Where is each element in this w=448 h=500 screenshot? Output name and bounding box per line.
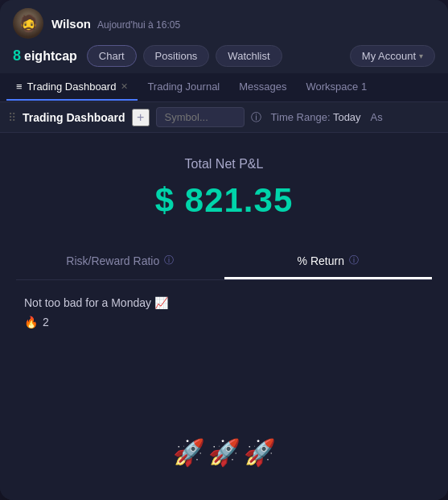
time-range-value: Today	[333, 111, 361, 123]
info-icon[interactable]: ⓘ	[251, 110, 261, 125]
return-label: % Return	[298, 254, 344, 267]
tab-messages[interactable]: Messages	[229, 74, 296, 101]
risk-reward-tab[interactable]: Risk/Reward Ratio ⓘ	[16, 244, 224, 279]
tab-label: Trading Dashboard	[27, 81, 117, 93]
chart-button[interactable]: Chart	[87, 45, 137, 67]
return-info-icon[interactable]: ⓘ	[349, 254, 359, 267]
pnl-label: Total Net P&L	[16, 157, 432, 171]
pnl-section: Total Net P&L $ 821.35	[16, 157, 432, 220]
tabs-bar: ≡ Trading Dashboard ✕ Trading Journal Me…	[0, 73, 448, 102]
pnl-value: $ 821.35	[16, 181, 432, 220]
reaction-count: 2	[43, 316, 49, 329]
comment-section: Not too bad for a Monday 📈 🔥 2	[16, 296, 432, 329]
rockets-section: 🚀 🚀 🚀	[173, 437, 276, 484]
reaction-row: 🔥 2	[24, 316, 424, 329]
main-content: Total Net P&L $ 821.35 Risk/Reward Ratio…	[0, 133, 448, 500]
drag-handle-icon[interactable]: ⠿	[8, 111, 16, 124]
toolbar: ⠿ Trading Dashboard + ⓘ Time Range: Toda…	[0, 102, 448, 133]
watchlist-button[interactable]: Watchlist	[216, 45, 282, 67]
user-info: Wilson Aujourd'hui à 16:05	[51, 17, 180, 31]
rocket-1: 🚀	[173, 437, 205, 468]
positions-button[interactable]: Positions	[143, 45, 210, 67]
toolbar-title: Trading Dashboard	[23, 111, 125, 124]
logo-text: eightcap	[24, 49, 77, 64]
timestamp: Aujourd'hui à 16:05	[97, 19, 180, 31]
return-tab[interactable]: % Return ⓘ	[224, 244, 433, 279]
account-label: My Account	[362, 50, 416, 62]
time-range-label: Time Range: Today	[271, 111, 361, 123]
username: Wilson	[51, 17, 91, 31]
tab-icon: ≡	[16, 81, 23, 93]
tab-trading-journal[interactable]: Trading Journal	[138, 74, 229, 101]
nav-bar: 8 eightcap Chart Positions Watchlist My …	[0, 45, 448, 73]
metrics-tabs: Risk/Reward Ratio ⓘ % Return ⓘ	[16, 244, 432, 280]
tab-workspace-1[interactable]: Workspace 1	[297, 74, 377, 101]
avatar: 🧔	[13, 8, 43, 39]
as-label: As	[371, 111, 383, 123]
chevron-icon: ▾	[419, 52, 423, 60]
risk-reward-label: Risk/Reward Ratio	[66, 254, 159, 267]
logo[interactable]: 8 eightcap	[13, 48, 77, 64]
tab-close-icon[interactable]: ✕	[121, 81, 128, 92]
time-range-text: Time Range:	[271, 111, 331, 123]
rocket-3: 🚀	[244, 437, 276, 468]
tab-trading-dashboard[interactable]: ≡ Trading Dashboard ✕	[6, 74, 138, 101]
tab-label: Messages	[239, 81, 286, 93]
symbol-input[interactable]	[156, 107, 245, 127]
add-widget-button[interactable]: +	[132, 109, 150, 126]
tab-label: Trading Journal	[147, 81, 220, 93]
avatar-image: 🧔	[13, 8, 43, 39]
top-bar: 🧔 Wilson Aujourd'hui à 16:05	[0, 0, 448, 45]
risk-reward-info-icon[interactable]: ⓘ	[164, 254, 174, 267]
logo-icon: 8	[13, 48, 21, 64]
rocket-2: 🚀	[208, 437, 240, 468]
reaction-emoji[interactable]: 🔥	[24, 316, 38, 329]
comment-text: Not too bad for a Monday 📈	[24, 296, 424, 309]
account-button[interactable]: My Account ▾	[350, 45, 435, 67]
app-window: 🧔 Wilson Aujourd'hui à 16:05 8 eightcap …	[0, 0, 448, 500]
tab-label: Workspace 1	[306, 81, 368, 93]
